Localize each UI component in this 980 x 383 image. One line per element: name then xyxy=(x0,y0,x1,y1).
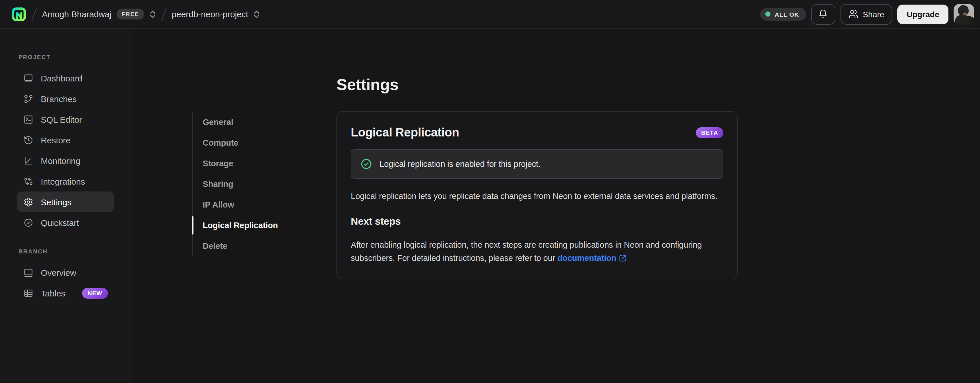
page-title: Settings xyxy=(336,76,738,94)
sidebar-item-label: Branches xyxy=(41,94,76,103)
beta-badge: BETA xyxy=(696,127,723,138)
sidebar-item-label: Dashboard xyxy=(41,73,83,83)
window-icon xyxy=(24,267,33,277)
project-section-label: PROJECT xyxy=(18,54,131,60)
notifications-button[interactable] xyxy=(811,4,835,24)
sidebar-item-settings[interactable]: Settings xyxy=(17,192,114,212)
main-panel: Settings Logical Replication BETA Logica… xyxy=(336,76,738,279)
content-area: General Compute Storage Sharing IP Allow… xyxy=(132,28,980,382)
avatar[interactable] xyxy=(954,4,974,24)
logical-replication-card: Logical Replication BETA Logical replica… xyxy=(336,111,738,279)
next-steps-text: After enabling logical replication, the … xyxy=(351,239,723,265)
git-branch-icon xyxy=(24,94,33,103)
card-title: Logical Replication xyxy=(351,125,459,139)
project-nav: Dashboard Branches SQL Editor xyxy=(0,68,131,233)
sidebar-spacer xyxy=(0,233,131,248)
subnav-item-general[interactable]: General xyxy=(193,112,278,133)
sidebar-item-monitoring[interactable]: Monitoring xyxy=(17,150,114,171)
check-circle-icon xyxy=(361,158,372,170)
next-steps-title: Next steps xyxy=(351,215,723,228)
sidebar-item-label: Monitoring xyxy=(41,156,80,165)
next-steps-text-body: After enabling logical replication, the … xyxy=(351,240,702,263)
share-button-label: Share xyxy=(863,9,885,19)
neon-logo[interactable] xyxy=(11,6,26,22)
org-name: Amogh Bharadwaj xyxy=(42,9,111,19)
subnav-item-storage[interactable]: Storage xyxy=(193,153,278,174)
enabled-alert: Logical replication is enabled for this … xyxy=(351,149,723,179)
status-badge[interactable]: ALL OK xyxy=(760,8,806,21)
sidebar-item-branches[interactable]: Branches xyxy=(17,88,114,109)
sidebar-item-label: Restore xyxy=(41,135,71,145)
branch-section-label: BRANCH xyxy=(18,248,131,255)
documentation-link-label: documentation xyxy=(557,253,616,263)
chevron-updown-icon xyxy=(149,9,156,19)
new-badge: NEW xyxy=(82,288,108,298)
project-name: peerdb-neon-project xyxy=(172,9,248,19)
description-text: Logical replication lets you replicate d… xyxy=(351,190,723,203)
bell-icon xyxy=(818,9,828,19)
sidebar-item-label: SQL Editor xyxy=(41,114,82,124)
status-badge-label: ALL OK xyxy=(775,11,799,17)
neon-logo-icon xyxy=(11,6,26,22)
dashboard-icon xyxy=(24,73,33,83)
alert-text: Logical replication is enabled for this … xyxy=(380,159,541,169)
documentation-link[interactable]: documentation xyxy=(557,253,626,263)
table-icon xyxy=(24,288,33,298)
sidebar-item-label: Overview xyxy=(41,267,76,277)
org-selector[interactable]: Amogh Bharadwaj FREE xyxy=(42,9,156,19)
subnav-item-delete[interactable]: Delete xyxy=(193,236,278,256)
breadcrumb-divider xyxy=(161,8,167,21)
project-selector[interactable]: peerdb-neon-project xyxy=(172,9,260,19)
terminal-icon xyxy=(24,114,33,124)
settings-subnav: General Compute Storage Sharing IP Allow… xyxy=(192,112,278,256)
upgrade-button[interactable]: Upgrade xyxy=(897,4,948,24)
check-circle-icon xyxy=(24,218,33,227)
breadcrumb-divider xyxy=(32,8,37,21)
sidebar-item-label: Quickstart xyxy=(41,218,79,227)
integrations-icon xyxy=(24,176,33,186)
subnav-item-logical-replication[interactable]: Logical Replication xyxy=(193,215,278,236)
chart-icon xyxy=(24,156,33,165)
share-button[interactable]: Share xyxy=(840,4,892,24)
sidebar-item-overview[interactable]: Overview xyxy=(17,262,114,283)
sidebar-item-restore[interactable]: Restore xyxy=(17,130,114,150)
sidebar-item-quickstart[interactable]: Quickstart xyxy=(17,212,114,233)
sidebar-item-sql-editor[interactable]: SQL Editor xyxy=(17,109,114,130)
sidebar-item-label: Tables xyxy=(41,288,65,298)
gear-icon xyxy=(24,197,33,207)
users-icon xyxy=(848,9,858,19)
subnav-item-sharing[interactable]: Sharing xyxy=(193,174,278,195)
sidebar-item-tables[interactable]: Tables NEW xyxy=(17,283,114,303)
subnav-item-ip-allow[interactable]: IP Allow xyxy=(193,195,278,215)
neon-console: Amogh Bharadwaj FREE peerdb-neon-project… xyxy=(0,0,980,383)
history-icon xyxy=(24,135,33,145)
card-header: Logical Replication BETA xyxy=(351,125,723,139)
plan-badge: FREE xyxy=(116,9,144,19)
page-body: PROJECT Dashboard Branches xyxy=(0,28,980,382)
sidebar-item-integrations[interactable]: Integrations xyxy=(17,171,114,192)
breadcrumb: Amogh Bharadwaj FREE peerdb-neon-project xyxy=(11,6,260,22)
top-header: Amogh Bharadwaj FREE peerdb-neon-project… xyxy=(0,0,980,28)
sidebar-item-label: Integrations xyxy=(41,176,85,186)
header-actions: ALL OK Share Upgrade xyxy=(760,4,974,24)
branch-nav: Overview Tables NEW xyxy=(0,262,131,303)
sidebar-item-dashboard[interactable]: Dashboard xyxy=(17,68,114,88)
status-dot-icon xyxy=(765,11,771,17)
chevron-updown-icon xyxy=(253,9,260,19)
subnav-item-compute[interactable]: Compute xyxy=(193,133,278,153)
sidebar-item-label: Settings xyxy=(41,197,72,207)
external-link-icon xyxy=(619,255,626,262)
sidebar: PROJECT Dashboard Branches xyxy=(0,28,132,382)
